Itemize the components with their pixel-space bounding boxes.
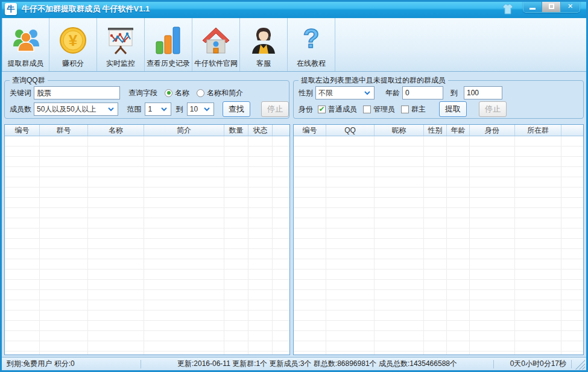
skin-icon[interactable]	[501, 3, 514, 15]
column-header-qq[interactable]: QQ	[326, 125, 375, 136]
radio-selected-dot	[167, 91, 171, 95]
resize-grip-icon[interactable]	[575, 360, 585, 370]
column-header-index[interactable]: 编号	[294, 125, 326, 136]
status-update-info: 更新:2016-06-11 更新群:1个 更新成员:3个 群总数:8689698…	[141, 359, 493, 369]
toolbar-label: 在线教程	[297, 58, 326, 69]
toolbar-label: 实时监控	[106, 58, 135, 69]
coin-icon: ¥	[57, 25, 89, 56]
age-to-input[interactable]	[464, 86, 502, 99]
table-column	[447, 136, 470, 355]
age-from-input[interactable]	[402, 86, 443, 99]
column-header-name[interactable]: 名称	[88, 125, 144, 136]
close-button[interactable]: ✕	[561, 0, 580, 12]
table-column	[515, 136, 561, 355]
status-bar: 到期:免费用户 积分:0 更新:2016-06-11 更新群:1个 更新成员:3…	[2, 357, 586, 370]
column-header-gender[interactable]: 性别	[424, 125, 447, 136]
member-table: 编号 QQ 昵称 性别 年龄 身份 所在群	[293, 124, 584, 355]
column-header-status[interactable]: 状态	[248, 125, 273, 136]
column-header-count[interactable]: 数量	[224, 125, 248, 136]
column-header-index[interactable]: 编号	[5, 125, 40, 136]
range-to-combobox[interactable]: 10	[187, 102, 214, 116]
member-table-body[interactable]	[294, 136, 583, 355]
window-controls: ✕	[523, 0, 580, 13]
table-column	[561, 136, 583, 355]
column-header-nickname[interactable]: 昵称	[375, 125, 424, 136]
users-icon	[10, 25, 42, 56]
table-column	[5, 136, 40, 355]
gender-label: 性别	[299, 88, 313, 98]
chevron-down-icon	[107, 107, 115, 112]
toolbar-button-official-site[interactable]: 牛仔软件官网	[192, 18, 240, 71]
radio-name-and-intro-label: 名称和简介	[207, 88, 243, 98]
radio-name-label: 名称	[175, 88, 189, 98]
toolbar-label: 提取群成员	[8, 58, 44, 69]
svg-text:¥: ¥	[69, 31, 78, 49]
maximize-icon	[549, 4, 554, 9]
table-column	[224, 136, 248, 355]
extract-panel: 提取左边列表里选中且未提取过的群的群成员 性别 不限 年龄 到 身份 ✔ 普通成…	[293, 80, 584, 119]
table-column	[424, 136, 447, 355]
group-table: 编号 群号 名称 简介 数量 状态	[4, 124, 290, 355]
keyword-input[interactable]	[34, 86, 120, 99]
toolbar-button-realtime-monitor[interactable]: 实时监控	[97, 18, 145, 71]
range-from-combobox[interactable]: 1	[145, 102, 171, 116]
group-table-body[interactable]	[5, 136, 289, 355]
gender-combobox[interactable]: 不限	[315, 86, 375, 99]
column-header-group-number[interactable]: 群号	[40, 125, 88, 136]
toolbar-label: 牛仔软件官网	[194, 58, 238, 69]
column-header-filler	[273, 125, 289, 136]
svg-text:?: ?	[303, 26, 320, 53]
table-column	[40, 136, 88, 355]
home-icon	[200, 25, 232, 56]
query-field-label: 查询字段	[128, 88, 157, 98]
column-header-identity[interactable]: 身份	[470, 125, 515, 136]
range-label: 范围	[127, 104, 141, 115]
toolbar-button-online-tutorial[interactable]: ? 在线教程	[288, 18, 335, 71]
minimize-icon	[530, 8, 536, 10]
toolbar-button-earn-points[interactable]: ¥ 赚积分	[49, 18, 97, 71]
status-separator	[571, 360, 572, 368]
column-header-in-group[interactable]: 所在群	[515, 125, 561, 136]
check-icon: ✔	[318, 106, 324, 113]
toolbar-label: 查看历史记录	[147, 58, 190, 69]
maximize-button[interactable]	[542, 0, 561, 12]
extract-stop-button[interactable]: 停止	[479, 101, 507, 117]
column-header-age[interactable]: 年龄	[447, 125, 470, 136]
radio-name[interactable]	[165, 89, 172, 97]
question-mark-icon: ?	[296, 25, 327, 56]
age-to-label: 到	[450, 88, 458, 98]
toolbar: 提取群成员 ¥ 赚积分	[2, 18, 586, 72]
search-stop-button[interactable]: 停止	[261, 101, 289, 117]
toolbar-label: 赚积分	[62, 58, 84, 69]
column-header-intro[interactable]: 简介	[144, 125, 224, 136]
app-icon: 牛	[5, 3, 17, 15]
radio-name-and-intro[interactable]	[197, 89, 204, 97]
bar-chart-icon	[153, 25, 184, 56]
gender-value: 不限	[318, 88, 363, 98]
minimize-button[interactable]	[523, 0, 542, 12]
extract-panel-title: 提取左边列表里选中且未提取过的群的群成员	[299, 76, 448, 84]
status-account-info: 到期:免费用户 积分:0	[2, 359, 141, 369]
range-to-label: 到	[176, 104, 183, 115]
chevron-down-icon	[160, 107, 168, 112]
query-group-panel: 查询QQ群 关键词 查询字段 名称 名称和简介 成员数 50人以及50人以上 范…	[4, 80, 289, 119]
checkbox-regular-member[interactable]: ✔	[318, 106, 326, 113]
range-to-value: 10	[190, 105, 203, 113]
search-button[interactable]: 查找	[223, 101, 250, 117]
checkbox-admin-label: 管理员	[373, 104, 395, 115]
member-count-combobox[interactable]: 50人以及50人以上	[34, 102, 118, 116]
app-window: 牛 牛仔不加群提取群成员 牛仔软件V1.1 ✕ 提取群成员	[0, 0, 588, 372]
group-table-header: 编号 群号 名称 简介 数量 状态	[5, 125, 289, 136]
toolbar-button-customer-service[interactable]: 客服	[240, 18, 288, 71]
support-agent-icon	[248, 25, 279, 56]
checkbox-owner[interactable]	[401, 106, 409, 113]
table-column	[273, 136, 289, 355]
table-column	[326, 136, 375, 355]
toolbar-button-extract-members[interactable]: 提取群成员	[2, 18, 49, 71]
age-label: 年龄	[385, 88, 400, 98]
toolbar-button-view-history[interactable]: 查看历史记录	[145, 18, 192, 71]
line-chart-board-icon	[105, 25, 136, 56]
table-column	[294, 136, 326, 355]
extract-button[interactable]: 提取	[439, 101, 467, 117]
checkbox-admin[interactable]	[363, 106, 371, 113]
